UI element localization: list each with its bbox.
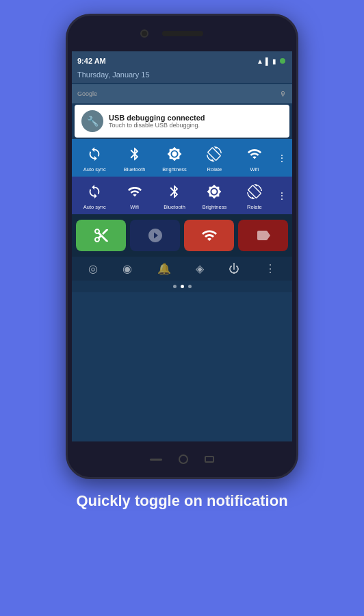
caption-area: Quickly toggle on notification	[62, 491, 301, 511]
dot-2	[181, 285, 184, 288]
rotate-icon-wrap-1	[203, 143, 225, 165]
widget-icon-2: ◉	[122, 262, 132, 275]
autosync-icon	[87, 146, 102, 162]
mic-icon: 🎙	[280, 90, 287, 98]
status-time: 9:42 AM	[77, 57, 106, 65]
earpiece-speaker	[162, 31, 203, 36]
brightness-icon-2	[207, 184, 222, 199]
wifi-icon-1	[247, 146, 262, 162]
quick-toggle-row-1: Auto sync Bluetooth	[72, 139, 292, 177]
toggle-brightness-2[interactable]: Brightness	[194, 181, 234, 210]
block-icon	[147, 227, 164, 244]
brightness-icon-wrap-1	[164, 143, 185, 165]
bluetooth-icon-1	[127, 146, 142, 162]
power-button	[297, 112, 298, 136]
front-camera	[140, 29, 148, 38]
autosync-icon-2	[87, 184, 102, 199]
date-bar: Thursday, January 15	[72, 70, 292, 83]
widget-more-icon[interactable]: ⋮	[265, 262, 276, 275]
label-icon	[255, 227, 272, 244]
rotate-label-1: Rolate	[207, 166, 222, 172]
brightness-label-2: Brightness	[203, 204, 226, 210]
rotate-icon-wrap-2	[244, 181, 265, 203]
status-bar: 9:42 AM ▲ ▌ ▮	[72, 51, 292, 70]
scissors-icon	[93, 227, 109, 244]
wifi-status-icon: ▲	[257, 57, 263, 65]
toggle-autosync-1[interactable]: Auto sync	[75, 143, 114, 172]
phone-top-bar	[68, 16, 296, 51]
toggle-wifi-2[interactable]: Wifi	[114, 181, 154, 210]
page-indicator	[72, 281, 292, 292]
app-icon-4[interactable]	[238, 220, 288, 251]
search-bar[interactable]: Google 🎙	[72, 84, 292, 103]
caption-text: Quickly toggle on notification	[76, 491, 287, 511]
widget-icon-1: ◎	[88, 262, 98, 275]
volume-button	[66, 98, 67, 132]
dot-3	[188, 285, 192, 288]
autosync-icon-wrap-2	[83, 181, 105, 203]
date-text: Thursday, January 15	[77, 70, 287, 79]
toggle-autosync-2[interactable]: Auto sync	[75, 181, 114, 210]
recents-button[interactable]	[205, 456, 214, 463]
toggle-bluetooth-1[interactable]: Bluetooth	[114, 143, 154, 172]
bluetooth-icon-2	[167, 184, 182, 199]
brightness-icon-1	[167, 146, 182, 162]
quick-toggle-row-2: Auto sync Wifi	[72, 177, 292, 214]
wifi-icon-2	[127, 184, 142, 199]
widget-icon-3: 🔔	[157, 262, 171, 275]
bluetooth-label-2: Bluetooth	[164, 204, 185, 210]
usb-text-block: USB debugging connected Touch to disable…	[109, 114, 205, 129]
autosync-label-1: Auto sync	[83, 166, 106, 172]
more-options-2[interactable]: ⋮	[274, 190, 289, 201]
rotate-icon-2	[247, 184, 262, 199]
rotate-label-2: Rolate	[247, 204, 262, 210]
usb-subtitle: Touch to disable USB debugging.	[109, 122, 205, 129]
toggle-wifi-1[interactable]: Wifi	[235, 143, 274, 172]
status-icons: ▲ ▌ ▮	[257, 57, 287, 65]
phone-body: 9:42 AM ▲ ▌ ▮ Thursday, January 15 Go	[66, 14, 298, 479]
brightness-icon-wrap-2	[203, 181, 225, 203]
back-nav[interactable]	[150, 459, 162, 461]
autosync-label-2: Auto sync	[83, 204, 106, 210]
toggle-brightness-1[interactable]: Brightness	[155, 143, 194, 172]
widget-row: ◎ ◉ 🔔 ◈ ⏻ ⋮	[72, 257, 292, 281]
phone-screen: 9:42 AM ▲ ▌ ▮ Thursday, January 15 Go	[72, 51, 292, 441]
brightness-label-1: Brightness	[162, 166, 186, 172]
signal-icon: ▌	[265, 57, 270, 65]
phone-mockup: 9:42 AM ▲ ▌ ▮ Thursday, January 15 Go	[66, 14, 298, 479]
wifi-label-2: Wifi	[130, 204, 139, 210]
bluetooth-icon-wrap-1	[124, 143, 146, 165]
toggle-rotate-2[interactable]: Rolate	[235, 181, 274, 210]
rotate-icon-1	[207, 146, 222, 162]
usb-notification[interactable]: 🔧 USB debugging connected Touch to disab…	[75, 105, 289, 138]
widget-icon-4: ◈	[196, 262, 204, 275]
usb-icon-circle: 🔧	[81, 110, 103, 132]
wifi-icon-wrap-2	[124, 181, 146, 203]
toggle-bluetooth-2[interactable]: Bluetooth	[155, 181, 194, 210]
phone-bottom-bar	[68, 441, 296, 477]
search-label: Google	[77, 90, 280, 97]
home-button[interactable]	[179, 454, 188, 464]
more-options-1[interactable]: ⋮	[274, 153, 289, 164]
usb-title: USB debugging connected	[109, 114, 205, 122]
app-icon-2[interactable]	[130, 220, 180, 251]
autosync-icon-wrap	[83, 143, 105, 165]
app-icon-1[interactable]	[76, 220, 126, 251]
wifi-app-icon	[201, 227, 218, 244]
dot-1	[173, 285, 177, 288]
bluetooth-icon-wrap-2	[164, 181, 185, 203]
toggle-rotate-1[interactable]: Rolate	[194, 143, 234, 172]
wifi-icon-wrap-1	[244, 143, 265, 165]
widget-icon-5: ⏻	[229, 263, 239, 275]
battery-icon: ▮	[272, 57, 276, 65]
app-grid	[72, 214, 292, 257]
wifi-label-1: Wifi	[250, 166, 259, 172]
app-icon-3[interactable]	[184, 220, 234, 251]
active-indicator	[278, 57, 287, 65]
usb-icon: 🔧	[87, 116, 99, 127]
bluetooth-label-1: Bluetooth	[124, 166, 146, 172]
